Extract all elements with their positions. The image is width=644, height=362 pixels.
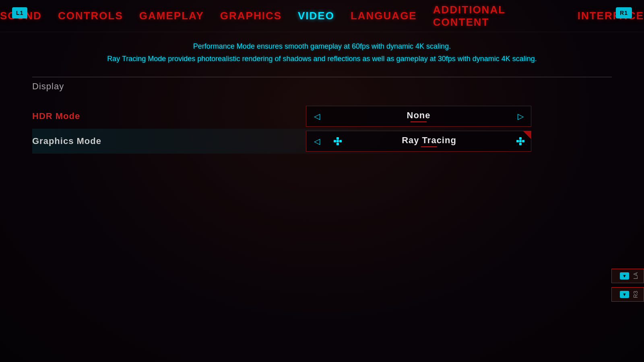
r3-button[interactable]: ▼ R3 (611, 287, 644, 302)
description-line2: Ray Tracing Mode provides photorealistic… (24, 53, 620, 65)
setting-row-hdr: HDR Mode ◁ None ▷ (32, 104, 612, 129)
dpad-icon-left (327, 131, 348, 152)
graphics-mode-value: Ray Tracing (348, 135, 510, 147)
arrow-left-icon: ◁ (314, 111, 320, 121)
dpad-svg-left (333, 136, 343, 146)
arrow-right-icon: ▷ (518, 111, 524, 121)
section-divider (32, 77, 612, 77)
graphics-mode-selector[interactable]: ◁ Ray Tracing (306, 131, 531, 152)
svg-rect-9 (519, 140, 522, 142)
hdr-mode-value: None (327, 110, 510, 122)
dpad-icon-right (510, 131, 531, 152)
graphics-arrow-left[interactable]: ◁ (306, 131, 327, 152)
hdr-arrow-left[interactable]: ◁ (306, 106, 327, 127)
main-content: L1 SOUND CONTROLS GAMEPLAY GRAPHICS VIDE… (0, 0, 644, 362)
nav-item-video[interactable]: VIDEO (298, 10, 334, 22)
svg-rect-4 (336, 140, 339, 142)
nav-item-graphics[interactable]: GRAPHICS (220, 10, 282, 22)
svg-rect-6 (519, 143, 522, 145)
l1-button[interactable]: L1 (12, 7, 27, 19)
nav-items-container: SOUND CONTROLS GAMEPLAY GRAPHICS VIDEO L… (0, 4, 644, 29)
l2-la-button[interactable]: ▼ LA (611, 269, 644, 283)
r1-button[interactable]: R1 (616, 7, 632, 19)
svg-rect-8 (522, 140, 524, 142)
nav-item-interface[interactable]: INTERFACE (578, 10, 644, 22)
svg-rect-0 (336, 137, 339, 140)
nav-item-language[interactable]: LANGUAGE (351, 10, 417, 22)
section-label: Display (32, 81, 612, 92)
setting-row-graphics-mode: Graphics Mode ◁ Ray Tracing (32, 129, 612, 154)
nav-item-additional-content[interactable]: ADDITIONAL CONTENT (433, 4, 561, 29)
svg-rect-2 (334, 140, 336, 142)
r3-label: R3 (632, 291, 639, 298)
dpad-svg-right (516, 136, 525, 146)
svg-rect-5 (519, 137, 522, 140)
hdr-mode-selector[interactable]: ◁ None ▷ (306, 106, 531, 127)
svg-rect-1 (336, 143, 339, 145)
description-line1: Performance Mode ensures smooth gameplay… (24, 40, 620, 53)
arrow-left-icon-2: ◁ (314, 136, 320, 146)
svg-rect-7 (516, 140, 519, 142)
nav-item-controls[interactable]: CONTROLS (58, 10, 123, 22)
la-label: LA (632, 272, 639, 279)
top-navigation: L1 SOUND CONTROLS GAMEPLAY GRAPHICS VIDE… (0, 0, 644, 32)
nav-item-gameplay[interactable]: GAMEPLAY (139, 10, 204, 22)
bottom-right-buttons: ▼ LA ▼ R3 (611, 269, 644, 302)
l2-icon: ▼ (620, 272, 629, 280)
r3-icon: ▼ (620, 291, 629, 298)
settings-rows: HDR Mode ◁ None ▷ Graphics Mode ◁ (32, 104, 612, 154)
svg-rect-3 (339, 140, 342, 142)
description-area: Performance Mode ensures smooth gameplay… (0, 32, 644, 69)
graphics-mode-label: Graphics Mode (32, 136, 306, 146)
hdr-mode-label: HDR Mode (32, 111, 306, 121)
hdr-arrow-right[interactable]: ▷ (510, 106, 531, 127)
